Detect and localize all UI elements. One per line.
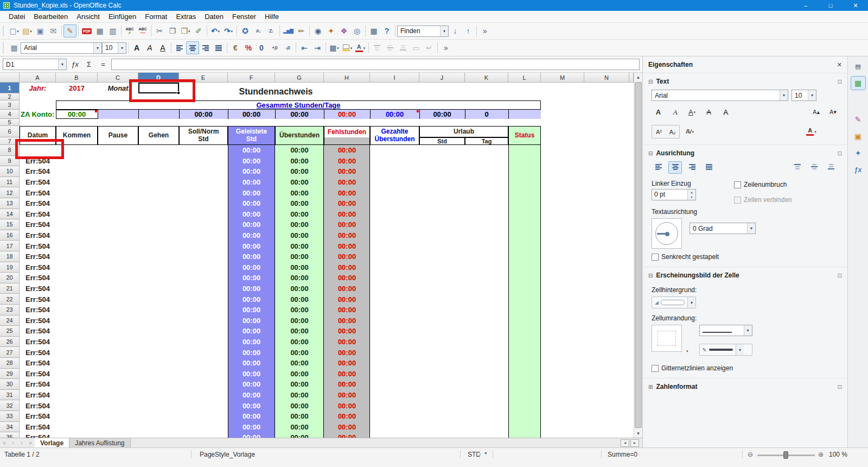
search-up-button[interactable]: ↑ (462, 24, 475, 37)
cell-G13[interactable]: 00:00 (275, 198, 324, 209)
rotation-dial[interactable] (652, 218, 682, 249)
toolbar-overflow-icon[interactable]: » (478, 24, 492, 37)
sidebar-close-icon[interactable]: ✕ (837, 61, 842, 68)
export-pdf-button[interactable]: PDF (80, 24, 93, 37)
cell-G28[interactable]: 00:00 (275, 358, 324, 369)
cell-H35[interactable]: 00:00 (324, 432, 370, 438)
cell-G23[interactable]: 00:00 (275, 305, 324, 315)
row-header-22[interactable]: 22 (0, 294, 20, 305)
draw-functions-button[interactable]: ✏ (295, 24, 308, 37)
find-input[interactable]: Finden▾ (397, 26, 449, 37)
cell-A1-jahr-label[interactable]: Jahr: (20, 83, 56, 93)
row-header-21[interactable]: 21 (0, 283, 20, 294)
cell-G31[interactable]: 00:00 (275, 390, 324, 401)
row-header-9[interactable]: 9 (0, 156, 20, 167)
properties-tab-icon[interactable]: ▦ (851, 76, 866, 90)
align-left-toolbar-button[interactable] (173, 41, 186, 54)
zoom-out-icon[interactable]: ⊖ (748, 451, 753, 458)
open-button[interactable]: ▤▾ (21, 24, 34, 37)
cell-A16[interactable]: Err:504 (20, 230, 56, 241)
cell-A19[interactable]: Err:504 (20, 262, 56, 273)
row-header-34[interactable]: 34 (0, 422, 20, 433)
font-size-combo[interactable]: 10▾ (102, 42, 126, 54)
border-line-style-combo[interactable]: ▾ (699, 325, 752, 336)
row-header-3[interactable]: 3 (0, 100, 20, 110)
cell-A35[interactable]: Err:504 (20, 432, 56, 438)
cell-F25[interactable]: 00:00 (228, 326, 275, 337)
previous-sheet-button[interactable]: ‹ (9, 438, 17, 447)
add-decimal-button[interactable]: +,0 (268, 41, 281, 54)
cell-A23[interactable]: Err:504 (20, 305, 56, 315)
bold-toolbar-button[interactable]: A (130, 41, 143, 54)
summary-caption-cell[interactable]: Gesammte Stunden/Tage (56, 100, 541, 110)
cell-H19[interactable]: 00:00 (324, 262, 370, 273)
cell-G30[interactable]: 00:00 (275, 379, 324, 390)
cell-F35[interactable]: 00:00 (228, 432, 275, 438)
cell-G10[interactable]: 00:00 (275, 166, 324, 177)
cell-A24[interactable]: Err:504 (20, 315, 56, 326)
cell-F14[interactable]: 00:00 (228, 209, 275, 220)
cell-E4[interactable]: 00:00 (179, 110, 228, 119)
format-paintbrush-button[interactable]: ✐ (192, 24, 205, 37)
rotation-degrees-combo[interactable]: 0 Grad▾ (690, 223, 756, 234)
cell-H31[interactable]: 00:00 (324, 390, 370, 401)
cell-H23[interactable]: 00:00 (324, 305, 370, 315)
cell-F9[interactable]: 00:00 (228, 156, 275, 167)
header-gezahlte-ueberstunden[interactable]: Gezahlte Überstunden (370, 126, 419, 145)
cell-F10[interactable]: 00:00 (228, 166, 275, 177)
sidebar-font-color-button[interactable]: A▾ (805, 125, 818, 138)
cell-A10[interactable]: Err:504 (20, 166, 56, 177)
header-urlaub-std[interactable]: Std (419, 137, 465, 145)
zoom-slider-thumb[interactable] (783, 451, 788, 459)
align-middle-button[interactable] (807, 161, 821, 174)
column-header-A[interactable]: A (20, 73, 56, 83)
row-header-4[interactable]: 4 (0, 110, 20, 119)
row-header-13[interactable]: 13 (0, 198, 20, 209)
collapse-alignment-section-icon[interactable]: ⊟ (648, 150, 653, 156)
toolbar-overflow-icon-2[interactable]: » (439, 41, 452, 54)
shadow-button[interactable]: A (719, 106, 732, 118)
cell-H11[interactable]: 00:00 (324, 177, 370, 188)
hscroll-right-icon[interactable]: ► (630, 439, 639, 447)
cell-A32[interactable]: Err:504 (20, 400, 56, 411)
row-header-16[interactable]: 16 (0, 230, 20, 241)
cell-A4-za-konto-label[interactable]: ZA Konto: (20, 110, 56, 119)
cell-G11[interactable]: 00:00 (275, 177, 324, 188)
cell-G4[interactable]: 00:00 (275, 110, 324, 119)
data-sources-button[interactable]: ▦ (367, 24, 380, 37)
close-button[interactable]: ✕ (843, 0, 868, 11)
row-header-25[interactable]: 25 (0, 326, 20, 337)
sheet-tab-vorlage[interactable]: Vorlage (35, 438, 69, 447)
header-datum[interactable]: Datum (20, 126, 56, 145)
row-header-24[interactable]: 24 (0, 315, 20, 326)
cell-F15[interactable]: 00:00 (228, 219, 275, 230)
cell-A33[interactable]: Err:504 (20, 411, 56, 422)
sidebar-menu-icon[interactable]: ▤ (851, 59, 866, 73)
cell-F29[interactable]: 00:00 (228, 369, 275, 380)
menu-datei[interactable]: Datei (4, 11, 29, 22)
row-header-19[interactable]: 19 (0, 262, 20, 273)
column-header-D[interactable]: D (138, 73, 179, 83)
scroll-down-icon[interactable]: ▼ (634, 429, 642, 438)
cell-F21[interactable]: 00:00 (228, 283, 275, 294)
cell-H18[interactable]: 00:00 (324, 251, 370, 262)
cell-F4[interactable]: 00:00 (228, 110, 275, 119)
header-pause[interactable]: Pause (98, 126, 138, 145)
cell-dialog-launcher-icon[interactable]: ⊡ (838, 273, 842, 279)
cell-G32[interactable]: 00:00 (275, 400, 324, 411)
column-header-K[interactable]: K (465, 73, 508, 83)
sort-descending-button[interactable]: Z↓ (265, 24, 278, 37)
sum-icon[interactable]: Σ (83, 59, 95, 71)
character-spacing-button[interactable]: AV▾ (683, 125, 697, 138)
new-document-button[interactable]: ▢▾ (8, 24, 21, 37)
column-header-C[interactable]: C (98, 73, 138, 83)
cell-A22[interactable]: Err:504 (20, 294, 56, 305)
cell-I4[interactable]: 00:00 (370, 110, 419, 119)
help-button[interactable]: ? (380, 24, 393, 37)
menu-hilfe[interactable]: Hilfe (260, 11, 283, 22)
header-soll-norm-std[interactable]: Soll/Norm Std (179, 126, 228, 145)
cell-H27[interactable]: 00:00 (324, 347, 370, 358)
zoom-level[interactable]: 100 % (829, 451, 847, 458)
row-header-26[interactable]: 26 (0, 337, 20, 348)
sum-display[interactable]: Summe=0 (608, 451, 637, 458)
